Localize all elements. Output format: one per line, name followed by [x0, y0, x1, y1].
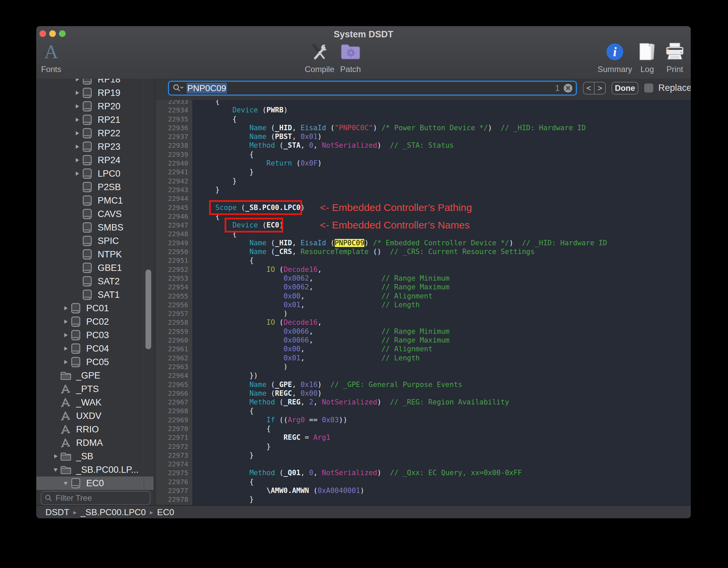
disclosure-collapsed-icon[interactable]: [61, 359, 70, 365]
tree-item-PMC1[interactable]: PMC1: [36, 194, 156, 207]
line-number: 22935: [156, 115, 193, 123]
disclosure-collapsed-icon[interactable]: [61, 319, 70, 324]
tree-item-RP21[interactable]: RP21: [36, 113, 156, 127]
print-button[interactable]: Print: [655, 40, 691, 77]
disclosure-collapsed-icon[interactable]: [61, 332, 70, 338]
tree-item-PC05[interactable]: PC05: [36, 355, 156, 369]
replace-checkbox[interactable]: [644, 83, 653, 93]
code-line: 22978 }: [156, 495, 691, 504]
tree-item-EC0[interactable]: EC0: [36, 476, 156, 490]
folder-icon: [60, 371, 71, 380]
tree-item-P2SB[interactable]: P2SB: [36, 180, 156, 194]
device-icon: [81, 249, 93, 260]
tree-item-_SB-PC00-LP-[interactable]: _SB.PC00.LP...: [36, 463, 156, 476]
patch-button[interactable]: Patch: [330, 40, 371, 77]
filter-tree-input[interactable]: [55, 493, 140, 503]
breadcrumb-item-DSDT[interactable]: DSDT: [45, 507, 69, 518]
tree-item-_WAK[interactable]: _WAK: [36, 396, 156, 409]
code-line: 22965 Name (_GPE, 0x16) // _GPE: General…: [156, 380, 691, 389]
code-text: }: [193, 442, 271, 451]
tree-item-PC03[interactable]: PC03: [36, 328, 156, 342]
disclosure-collapsed-icon[interactable]: [73, 171, 81, 176]
tree-item-RP18[interactable]: RP18: [36, 79, 156, 86]
tree-item-SMBS[interactable]: SMBS: [36, 221, 156, 234]
tree-item-RRIO[interactable]: RRIO: [36, 423, 156, 436]
done-button[interactable]: Done: [611, 82, 638, 95]
tree-item-RP19[interactable]: RP19: [36, 86, 156, 100]
line-number: 22975: [156, 468, 193, 477]
line-number: 22945: [156, 203, 193, 212]
find-previous-button[interactable]: <: [584, 82, 595, 94]
code-line: 22953 0x0062, // Range Minimum: [156, 274, 691, 283]
tree-item-PC02[interactable]: PC02: [36, 315, 156, 328]
breadcrumb-item-_SB-PC00-LPC0[interactable]: _SB.PC00.LPC0: [80, 507, 146, 518]
device-annotation-box: [225, 218, 283, 233]
fonts-icon: A: [44, 41, 58, 63]
fonts-button[interactable]: A Fonts: [36, 40, 71, 77]
tree-item-SAT1[interactable]: SAT1: [36, 288, 156, 301]
code-text: }): [193, 371, 258, 380]
tree-item-SAT2[interactable]: SAT2: [36, 275, 156, 288]
disclosure-collapsed-icon[interactable]: [73, 131, 81, 136]
tree-item-PC04[interactable]: PC04: [36, 342, 156, 355]
code-text: REGC = Arg1: [193, 433, 330, 442]
disclosure-collapsed-icon[interactable]: [73, 157, 81, 163]
disclosure-collapsed-icon[interactable]: [73, 104, 81, 109]
code-text: Name (REGC, 0x00): [193, 389, 322, 398]
tree-item-RDMA[interactable]: RDMA: [36, 436, 156, 450]
disclosure-collapsed-icon[interactable]: [61, 306, 70, 311]
tree-item-LPC0[interactable]: LPC0: [36, 167, 156, 180]
line-number: 22950: [156, 247, 193, 256]
code-text: 0x0062, // Range Maximum: [193, 283, 450, 291]
disclosure-collapsed-icon[interactable]: [73, 117, 81, 122]
tree-item-CAVS[interactable]: CAVS: [36, 207, 156, 221]
line-number: 22961: [156, 345, 193, 353]
tree-item-UXDV[interactable]: UXDV: [36, 409, 156, 423]
tree-item-NTPK[interactable]: NTPK: [36, 248, 156, 261]
tree-item-PC01[interactable]: PC01: [36, 301, 156, 315]
device-icon: [70, 316, 81, 327]
tree-item-label: RP19: [98, 88, 121, 98]
tree-item-label: RRIO: [76, 424, 99, 435]
code-line: 22943 }: [156, 185, 691, 194]
tree-item-label: PC01: [86, 303, 109, 314]
disclosure-collapsed-icon[interactable]: [73, 79, 81, 82]
tree-item-GBE1[interactable]: GBE1: [36, 261, 156, 275]
tree-item-SPIC[interactable]: SPIC: [36, 234, 156, 248]
disclosure-collapsed-icon[interactable]: [51, 454, 60, 459]
breadcrumb-item-EC0[interactable]: EC0: [157, 507, 174, 518]
tree-item-label: _WAK: [76, 397, 102, 408]
disclosure-collapsed-icon[interactable]: [73, 144, 81, 149]
tree-item-_PTS[interactable]: _PTS: [36, 382, 156, 396]
code-editor[interactable]: 22933 {22934 Device (PWRB)22935 {22936 N…: [156, 100, 691, 505]
find-next-button[interactable]: >: [595, 82, 605, 94]
device-icon: [81, 289, 93, 300]
tree-item-label: GBE1: [98, 263, 122, 273]
tree-item-RP22[interactable]: RP22: [36, 127, 156, 140]
search-menu-icon[interactable]: [172, 84, 184, 93]
code-text: Name (_HID, EisaId (PNP0C09) /* Embedded…: [193, 239, 607, 247]
code-text: {: [193, 115, 237, 123]
search-input[interactable]: PNP0C09 1 ✕: [168, 81, 577, 96]
disclosure-expanded-icon[interactable]: [61, 481, 70, 486]
line-number: 22967: [156, 398, 193, 406]
pathing-annotation-note: <- Embedded Controller’s Pathing: [320, 200, 472, 215]
code-text: 0x00, // Alignment: [193, 345, 432, 353]
filter-tree-field[interactable]: [41, 491, 151, 505]
tree-item-RP23[interactable]: RP23: [36, 140, 156, 153]
tree-item-RP20[interactable]: RP20: [36, 100, 156, 113]
tree-item-RP24[interactable]: RP24: [36, 153, 156, 167]
tree-item-_SB[interactable]: _SB: [36, 450, 156, 463]
tree-item-_GPE[interactable]: _GPE: [36, 369, 156, 382]
clear-search-icon[interactable]: ✕: [564, 84, 572, 93]
sidebar-scrollbar-thumb[interactable]: [145, 270, 151, 349]
svg-text:i: i: [613, 45, 617, 59]
device-icon: [70, 478, 81, 489]
line-number: 22973: [156, 451, 193, 460]
disclosure-collapsed-icon[interactable]: [73, 90, 81, 96]
method-icon: [60, 438, 71, 448]
disclosure-collapsed-icon[interactable]: [61, 346, 70, 351]
code-text: }: [193, 451, 254, 460]
disclosure-expanded-icon[interactable]: [51, 467, 60, 472]
code-line: 22949 Name (_HID, EisaId (PNP0C09) /* Em…: [156, 239, 691, 247]
